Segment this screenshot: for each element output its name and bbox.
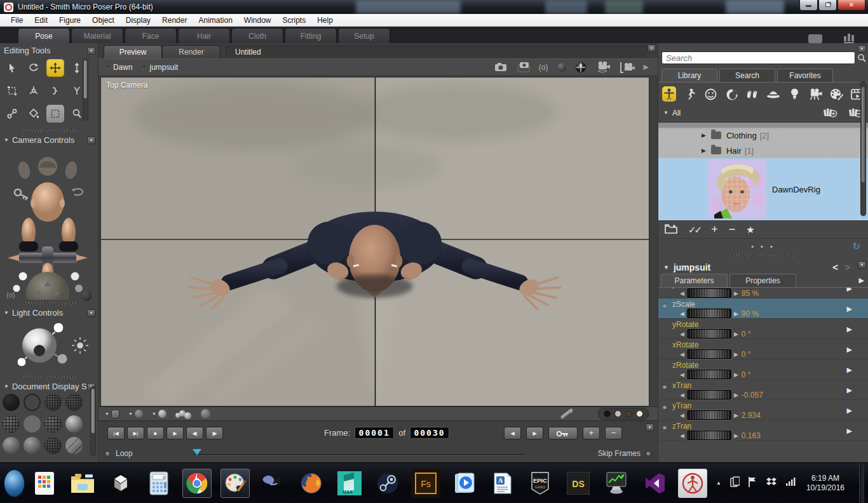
snapshot-camera-icon[interactable] <box>494 62 507 72</box>
timeline-scrubber[interactable] <box>194 454 524 456</box>
remove-item-icon[interactable]: − <box>729 223 736 236</box>
dial-ytran[interactable]: yTran ◀▶2.934 ▶ <box>658 400 868 420</box>
next-actor-icon[interactable]: > <box>844 262 850 272</box>
dial-slider[interactable] <box>687 431 731 440</box>
dial-options-icon[interactable]: ▶ <box>847 366 852 374</box>
menu-window[interactable]: Window <box>238 16 277 25</box>
taskbar-mediaplayer-icon[interactable] <box>449 469 478 498</box>
dial-dot[interactable] <box>663 405 667 409</box>
dial-slider[interactable] <box>687 370 731 379</box>
taskbar-chrome-icon[interactable] <box>182 469 212 498</box>
tab-setup[interactable]: Setup <box>338 28 390 43</box>
search-input[interactable] <box>661 51 855 64</box>
taskbar-epic-icon[interactable]: EPICGAMES <box>526 469 555 498</box>
category-hair-icon[interactable] <box>725 86 739 102</box>
light-controls-menu-button[interactable]: ▼ <box>87 309 95 317</box>
next-keyframe-button[interactable]: ▶ <box>526 427 543 439</box>
style-outline-icon[interactable] <box>24 394 41 411</box>
dial-slider[interactable] <box>687 309 731 318</box>
playhead-marker[interactable] <box>193 449 201 460</box>
collapse-triangle-icon[interactable]: ▼ <box>4 310 9 316</box>
dial-dot[interactable] <box>663 304 667 307</box>
tray-clipboard-icon[interactable] <box>729 476 740 490</box>
style-texture-shaded-icon[interactable] <box>24 437 41 454</box>
tab-cloth[interactable]: Cloth <box>231 28 283 43</box>
rotate-tool-icon[interactable] <box>25 59 43 77</box>
taskbar-steam-icon[interactable] <box>373 469 402 498</box>
expand-arrow-icon[interactable]: ▶ <box>702 147 706 154</box>
tab-properties[interactable]: Properties <box>729 274 796 287</box>
add-library-icon[interactable] <box>822 106 837 119</box>
tab-face[interactable]: Face <box>125 28 177 43</box>
style-smooth-shaded-icon[interactable] <box>65 415 83 433</box>
style-hidden-line-icon[interactable] <box>65 394 83 411</box>
close-button[interactable]: ✕ <box>837 0 865 11</box>
taskbar-poser-icon[interactable] <box>678 469 707 498</box>
prev-actor-icon[interactable]: < <box>832 262 838 272</box>
add-keyframe-key-button[interactable] <box>548 427 578 439</box>
tab-library[interactable]: Library <box>661 69 717 82</box>
background-color-dot[interactable] <box>614 410 621 417</box>
document-title[interactable]: Untitled <box>226 46 646 58</box>
folder-hair[interactable]: ▶ Hair [1] <box>658 143 868 158</box>
overflow-dots[interactable]: • • • <box>751 243 775 250</box>
tab-search[interactable]: Search <box>719 69 775 82</box>
style-cartoon-icon[interactable] <box>44 437 62 454</box>
taskbar-visualstudio-icon[interactable] <box>640 469 669 498</box>
taskbar-clock[interactable]: 6:19 AM 10/19/2016 <box>804 474 851 493</box>
taskbar-fuse-icon[interactable]: Fs <box>411 469 440 498</box>
ground-color-dot[interactable] <box>636 410 643 417</box>
category-cameras-icon[interactable] <box>808 86 822 102</box>
panel-resize-grip[interactable] <box>20 302 78 305</box>
taskbar-explorer-icon[interactable] <box>68 469 97 498</box>
menu-animation[interactable]: Animation <box>193 16 238 25</box>
foreground-color-dot[interactable] <box>604 410 611 417</box>
tab-fitting[interactable]: Fitting <box>285 28 337 43</box>
morph-tool-icon[interactable] <box>3 105 21 123</box>
dial-xrotate[interactable]: xRotate ◀▶0 ° ▶ <box>658 339 868 359</box>
step-forward-button[interactable]: |▶ <box>206 427 223 439</box>
camera-dark-ball-icon[interactable] <box>81 291 92 301</box>
editing-tools-scrollbar[interactable] <box>83 58 88 121</box>
parameters-menu-button[interactable]: ▼ <box>858 261 866 269</box>
selected-actor-label[interactable]: jumpsuit <box>674 262 710 272</box>
dolly-camera-icon[interactable] <box>620 61 635 74</box>
search-icon[interactable] <box>857 53 866 64</box>
chat-bubble-icon[interactable] <box>808 34 822 43</box>
dial-options-icon[interactable]: ▶ <box>847 406 852 415</box>
document-display-scrollbar[interactable] <box>90 386 96 456</box>
menu-file[interactable]: File <box>5 16 29 25</box>
taper-tool-icon[interactable] <box>46 82 64 100</box>
depth-cue-selector[interactable]: ▼ <box>105 410 119 419</box>
dial-options-icon[interactable]: ▶ <box>847 325 852 333</box>
dial-slider[interactable] <box>687 349 731 359</box>
sphere-icon[interactable] <box>557 63 566 72</box>
translate-tool-icon[interactable] <box>46 59 64 77</box>
tray-dropbox-icon[interactable] <box>766 477 777 489</box>
category-figures-icon[interactable] <box>662 86 676 102</box>
dial-options-icon[interactable]: ▶ <box>847 287 852 293</box>
tab-hair[interactable]: Hair <box>178 28 230 43</box>
tab-preview[interactable]: Preview <box>104 45 162 58</box>
refresh-icon[interactable]: ↻ <box>852 241 863 252</box>
next-arrow-icon[interactable]: ▶ <box>644 63 649 71</box>
panel-resize-grip[interactable] <box>728 254 798 257</box>
taskbar-daz-icon[interactable]: DS <box>564 469 593 498</box>
expand-arrow-icon[interactable]: ▶ <box>702 132 706 138</box>
dial-slider[interactable] <box>687 390 731 399</box>
twist-tool-icon[interactable] <box>25 82 43 100</box>
light-controls-cluster[interactable] <box>0 319 95 375</box>
dial-slider[interactable] <box>687 410 731 420</box>
tray-expand-icon[interactable]: ▲ <box>716 480 721 486</box>
show-desktop-button[interactable] <box>859 463 864 503</box>
pointer-tool-icon[interactable] <box>3 59 21 77</box>
new-folder-icon[interactable] <box>665 224 677 236</box>
tab-pose[interactable]: Pose <box>18 28 70 43</box>
delete-frame-button[interactable]: − <box>605 427 622 439</box>
color-tool-icon[interactable] <box>25 105 43 123</box>
prev-keyframe-button[interactable]: ◀ <box>504 427 521 439</box>
add-frame-button[interactable]: + <box>583 427 600 439</box>
actor-selector[interactable]: ▼ jumpsuit <box>142 63 179 72</box>
skip-frames-led[interactable] <box>646 451 651 457</box>
title-bar[interactable]: Untitled - Smith Micro Poser Pro (64-bit… <box>0 0 868 14</box>
